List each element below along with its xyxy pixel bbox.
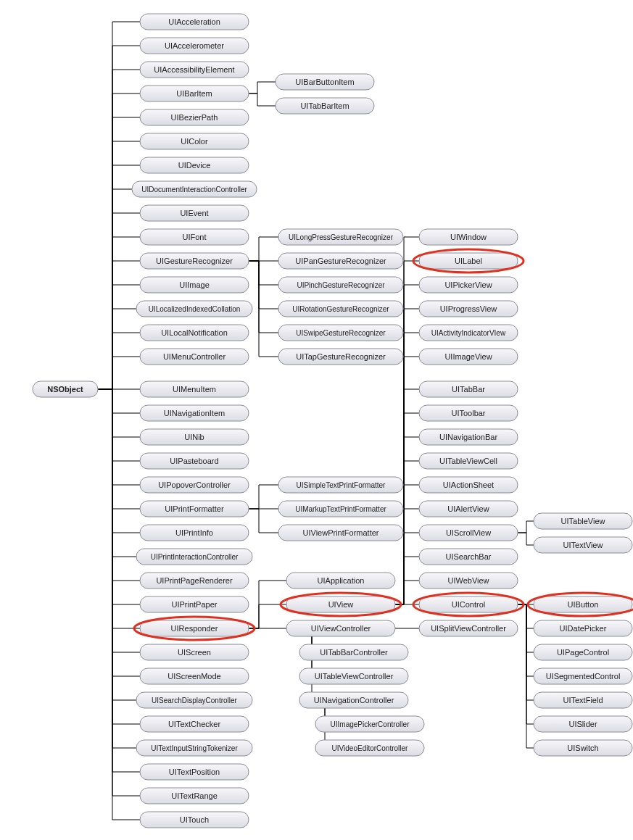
class-node-UISlider[interactable]: UISlider [534,716,632,732]
edge-UIResponder-UIView [249,604,286,628]
class-label: UIApplication [318,576,365,585]
class-node-UIScreenMode[interactable]: UIScreenMode [140,668,249,684]
class-node-UIWebView[interactable]: UIWebView [419,573,518,589]
class-node-UIMarkupTextPrintFormatter[interactable]: UIMarkupTextPrintFormatter [278,501,403,517]
class-node-UISimpleTextPrintFormatter[interactable]: UISimpleTextPrintFormatter [278,477,403,493]
edge-NSObject-UIDocumentInteractionController [98,189,132,389]
class-node-UIViewController[interactable]: UIViewController [286,620,395,636]
class-node-UIPopoverController[interactable]: UIPopoverController [140,477,249,493]
class-node-UILocalizedIndexedCollation[interactable]: UILocalizedIndexedCollation [136,301,252,317]
edge-NSObject-UIPrintPaper [98,389,140,604]
class-node-UITabBar[interactable]: UITabBar [419,381,518,397]
class-label: UITextRange [171,791,218,800]
class-node-UIPrintInfo[interactable]: UIPrintInfo [140,525,249,541]
class-node-UITextPosition[interactable]: UITextPosition [140,764,249,780]
class-node-UITapGestureRecognizer[interactable]: UITapGestureRecognizer [278,349,403,365]
class-node-UIPrintPaper[interactable]: UIPrintPaper [140,596,249,612]
class-node-UIGestureRecognizer[interactable]: UIGestureRecognizer [140,253,249,269]
class-node-UIEvent[interactable]: UIEvent [140,205,249,221]
class-label: UIPrintPaper [172,600,218,609]
class-node-UIImagePickerController[interactable]: UIImagePickerController [315,716,424,732]
class-node-UIActionSheet[interactable]: UIActionSheet [419,477,518,493]
class-node-UIControl[interactable]: UIControl [419,596,518,612]
edge-NSObject-UIPrintFormatter [98,389,140,509]
class-node-UITouch[interactable]: UITouch [140,812,249,828]
class-node-UIDocumentInteractionController[interactable]: UIDocumentInteractionController [132,181,257,197]
class-node-UILongPressGestureRecognizer[interactable]: UILongPressGestureRecognizer [278,229,403,245]
class-node-UIFont[interactable]: UIFont [140,229,249,245]
class-node-UIMenuItem[interactable]: UIMenuItem [140,381,249,397]
class-node-UIToolbar[interactable]: UIToolbar [419,405,518,421]
class-node-UIScrollView[interactable]: UIScrollView [419,525,518,541]
class-node-UIImage[interactable]: UIImage [140,277,249,293]
class-label: UIMarkupTextPrintFormatter [295,505,386,513]
class-node-UIProgressView[interactable]: UIProgressView [419,301,518,317]
class-node-UITableView[interactable]: UITableView [534,513,632,529]
class-node-UIVideoEditorController[interactable]: UIVideoEditorController [315,740,424,756]
class-node-UILabel[interactable]: UILabel [419,253,518,269]
class-node-UISwipeGestureRecognizer[interactable]: UISwipeGestureRecognizer [278,325,403,341]
class-label: UITabBarItem [300,101,349,110]
class-node-UISegmentedControl[interactable]: UISegmentedControl [534,668,632,684]
edge-NSObject-UIGestureRecognizer [98,261,140,389]
class-node-UISearchDisplayController[interactable]: UISearchDisplayController [136,692,252,708]
class-node-UIScreen[interactable]: UIScreen [140,644,249,660]
class-node-UINib[interactable]: UINib [140,429,249,445]
class-node-UIImageView[interactable]: UIImageView [419,349,518,365]
class-node-UITableViewCell[interactable]: UITableViewCell [419,453,518,469]
class-node-UITextRange[interactable]: UITextRange [140,788,249,804]
class-node-UIDatePicker[interactable]: UIDatePicker [534,620,632,636]
class-node-UINavigationController[interactable]: UINavigationController [299,692,408,708]
class-node-UIBarItem[interactable]: UIBarItem [140,86,249,101]
class-node-UITabBarController[interactable]: UITabBarController [299,644,408,660]
class-node-UIPasteboard[interactable]: UIPasteboard [140,453,249,469]
class-node-UIPickerView[interactable]: UIPickerView [419,277,518,293]
class-label: UIEvent [180,209,208,217]
class-node-UITextView[interactable]: UITextView [534,537,632,553]
class-node-UITextChecker[interactable]: UITextChecker [140,716,249,732]
class-node-UIButton[interactable]: UIButton [534,596,632,612]
class-label: UIActionSheet [443,481,494,489]
class-node-UITabBarItem[interactable]: UITabBarItem [276,98,374,114]
class-node-UIAccelerometer[interactable]: UIAccelerometer [140,38,249,54]
class-node-UIRotationGestureRecognizer[interactable]: UIRotationGestureRecognizer [278,301,403,317]
class-node-UIPrintFormatter[interactable]: UIPrintFormatter [140,501,249,517]
class-node-UITextField[interactable]: UITextField [534,692,632,708]
class-label: UIMenuController [163,352,226,361]
class-node-UIPanGestureRecognizer[interactable]: UIPanGestureRecognizer [278,253,403,269]
class-node-UIPageControl[interactable]: UIPageControl [534,644,632,660]
class-node-UIView[interactable]: UIView [286,596,395,612]
class-node-UIResponder[interactable]: UIResponder [140,620,249,636]
class-node-UINavigationBar[interactable]: UINavigationBar [419,429,518,445]
class-node-UIWindow[interactable]: UIWindow [419,229,518,245]
class-node-UIPinchGestureRecognizer[interactable]: UIPinchGestureRecognizer [278,277,403,293]
class-label: UITableViewController [315,672,394,681]
class-label: UIBarButtonItem [295,78,354,86]
class-node-UIBarButtonItem[interactable]: UIBarButtonItem [276,74,374,90]
class-node-UISplitViewController[interactable]: UISplitViewController [419,620,518,636]
class-node-UIViewPrintFormatter[interactable]: UIViewPrintFormatter [278,525,403,541]
class-node-UITextInputStringTokenizer[interactable]: UITextInputStringTokenizer [136,740,252,756]
edge-UIGestureRecognizer-UILongPressGestureRecognizer [249,237,278,261]
class-node-UILocalNotification[interactable]: UILocalNotification [140,325,249,341]
class-node-UIPrintInteractionController[interactable]: UIPrintInteractionController [136,549,252,565]
class-node-UIAcceleration[interactable]: UIAcceleration [140,14,249,30]
class-node-UITableViewController[interactable]: UITableViewController [299,668,408,684]
class-node-UISearchBar[interactable]: UISearchBar [419,549,518,565]
edge-UIControl-UISegmentedControl [518,604,534,676]
class-node-UINavigationItem[interactable]: UINavigationItem [140,405,249,421]
class-node-NSObject[interactable]: NSObject [33,381,98,397]
class-node-UIApplication[interactable]: UIApplication [286,573,395,589]
class-label: UIWindow [450,233,487,241]
class-node-UISwitch[interactable]: UISwitch [534,740,632,756]
class-node-UIActivityIndicatorVIew[interactable]: UIActivityIndicatorVIew [419,325,518,341]
class-node-UIAlertView[interactable]: UIAlertView [419,501,518,517]
class-node-UIPrintPageRenderer[interactable]: UIPrintPageRenderer [140,573,249,589]
class-node-UIAccessibilityElement[interactable]: UIAccessibilityElement [140,62,249,78]
class-node-UIColor[interactable]: UIColor [140,133,249,149]
class-node-UIBezierPath[interactable]: UIBezierPath [140,109,249,125]
class-label: UITextField [563,696,603,704]
class-node-UIMenuController[interactable]: UIMenuController [140,349,249,365]
class-node-UIDevice[interactable]: UIDevice [140,157,249,173]
class-label: UIResponder [171,624,218,633]
